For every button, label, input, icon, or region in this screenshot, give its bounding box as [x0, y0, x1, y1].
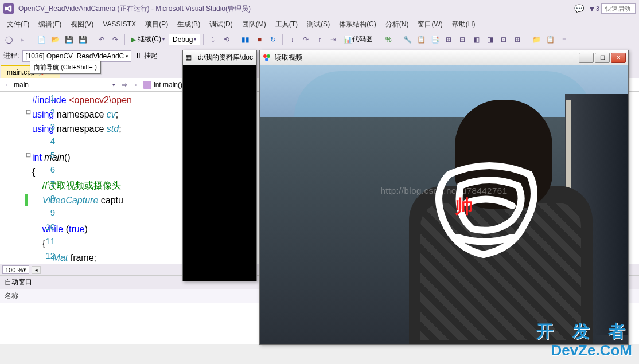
- nav-tooltip: 向前导航 (Ctrl+Shift+-): [30, 61, 101, 74]
- svg-point-0: [263, 54, 267, 58]
- video-frame: http://blog.csdn.net/u78442761 帅: [260, 65, 628, 344]
- menu-team[interactable]: 团队(M): [237, 18, 271, 31]
- console-titlebar[interactable]: ▦ d:\我的资料库\doc: [183, 50, 256, 65]
- tool-icon-i[interactable]: ⊡: [497, 33, 510, 46]
- brand-line2: DevZe.CoM: [551, 342, 632, 359]
- suspend-button[interactable]: ⏸ 挂起: [135, 51, 157, 61]
- stop-icon[interactable]: ■: [253, 33, 266, 46]
- video-window[interactable]: 读取视频 — ☐ ✕ http://blog.csdn.net/u7844276…: [259, 50, 629, 345]
- function-icon: [143, 81, 151, 89]
- tool-icon-d[interactable]: 📑: [428, 33, 441, 46]
- tool-icon-h[interactable]: ◨: [484, 33, 496, 46]
- config-dropdown[interactable]: Debug▾: [169, 34, 200, 45]
- run-to-icon[interactable]: ⇥: [327, 33, 340, 46]
- menu-build[interactable]: 生成(B): [173, 18, 205, 31]
- zoom-dropdown[interactable]: 100 % ▾: [2, 265, 29, 274]
- nav-back-icon[interactable]: ◯: [2, 33, 15, 46]
- save-icon[interactable]: 💾: [63, 33, 75, 46]
- line-number: 10: [32, 222, 55, 232]
- continue-button[interactable]: ▶ 继续(C)▾: [128, 33, 167, 46]
- svg-point-1: [267, 54, 270, 58]
- step-over-icon[interactable]: ↷: [299, 33, 312, 46]
- feedback-icon[interactable]: 💬: [572, 2, 585, 15]
- brand-line1: 开 发 者: [536, 320, 632, 343]
- save-all-icon[interactable]: 💾: [76, 33, 89, 46]
- step-icon-2[interactable]: ⟲: [220, 33, 233, 46]
- process-label: 进程:: [3, 51, 19, 61]
- undo-icon[interactable]: ↶: [95, 33, 108, 46]
- console-body: [183, 65, 256, 281]
- window-title: OpenCV_ReadVideAndCamera (正在运行) - Micros…: [18, 4, 251, 14]
- process-dropdown[interactable]: [1036] OpenCV_ReadVideAndC▾: [22, 50, 131, 62]
- minimize-button[interactable]: —: [579, 53, 594, 63]
- nav-fwd-icon[interactable]: ▸: [16, 33, 29, 46]
- close-button[interactable]: ✕: [611, 53, 626, 63]
- menu-test[interactable]: 测试(S): [302, 18, 334, 31]
- breakpoint-marker[interactable]: [25, 194, 28, 206]
- quick-launch-input[interactable]: [601, 3, 636, 14]
- line-number: 1: [32, 93, 55, 103]
- menu-analyze[interactable]: 分析(N): [381, 18, 414, 31]
- line-number: 11: [32, 236, 55, 246]
- new-file-icon[interactable]: 📄: [35, 33, 48, 46]
- codemap-button[interactable]: 📊 代码图: [341, 33, 376, 46]
- restart-icon[interactable]: ↻: [267, 33, 279, 46]
- main-toolbar: ◯ ▸ 📄 📂 💾 💾 ↶ ↷ ▶ 继续(C)▾ Debug▾ ⤵ ⟲ ▮▮ ■…: [0, 31, 639, 48]
- menu-tools[interactable]: 工具(T): [271, 18, 302, 31]
- notifications-icon[interactable]: ▼3: [587, 2, 600, 15]
- svg-point-2: [265, 58, 268, 61]
- tool-icon-c[interactable]: 📋: [415, 33, 427, 46]
- line-number: 9: [32, 208, 55, 217]
- fold-icon[interactable]: ⊟: [25, 108, 31, 116]
- tool-icon-m[interactable]: ≡: [558, 33, 570, 46]
- menu-arch[interactable]: 体系结构(C): [334, 18, 381, 31]
- menu-edit[interactable]: 编辑(E): [34, 18, 66, 31]
- line-number: 4: [32, 136, 55, 146]
- nav-arrow-icon[interactable]: →: [0, 81, 10, 89]
- console-icon: ▦: [185, 53, 194, 62]
- scope-dropdown[interactable]: main▾: [10, 80, 119, 90]
- line-number: 6: [32, 165, 55, 174]
- menu-debug[interactable]: 调试(D): [205, 18, 237, 31]
- maximize-button[interactable]: ☐: [595, 53, 610, 63]
- line-number: 12: [32, 251, 55, 260]
- nav-arrow2-icon[interactable]: →: [130, 81, 140, 89]
- pause-icon[interactable]: ▮▮: [239, 33, 252, 46]
- video-title: 读取视频: [275, 53, 575, 62]
- menu-view[interactable]: 视图(V): [66, 18, 98, 31]
- fold-icon[interactable]: ⊟: [25, 151, 31, 159]
- step-into-icon[interactable]: ↓: [286, 33, 298, 46]
- face-scribble: [426, 151, 552, 268]
- menu-window[interactable]: 窗口(W): [413, 18, 447, 31]
- tool-icon-g[interactable]: ◧: [470, 33, 482, 46]
- tool-icon-f[interactable]: ⊟: [456, 33, 469, 46]
- function-dropdown[interactable]: int main(): [140, 80, 186, 90]
- step-out-icon[interactable]: ↑: [313, 33, 326, 46]
- scroll-left-icon[interactable]: ◂: [32, 266, 41, 274]
- tool-icon-a[interactable]: %: [382, 33, 395, 46]
- line-number: 2: [32, 107, 55, 117]
- tool-icon-b[interactable]: 🔧: [401, 33, 414, 46]
- vs-logo-icon: [3, 3, 14, 14]
- menu-help[interactable]: 帮助(H): [447, 18, 480, 31]
- step-icon-1[interactable]: ⤵: [206, 33, 219, 46]
- video-titlebar[interactable]: 读取视频 — ☐ ✕: [260, 50, 628, 65]
- menu-project[interactable]: 项目(P): [141, 18, 173, 31]
- redo-icon[interactable]: ↷: [109, 33, 122, 46]
- nav-go-icon[interactable]: ⇨: [119, 81, 130, 89]
- menu-vassistx[interactable]: VASSISTX: [98, 18, 141, 30]
- line-number: 8: [32, 193, 55, 203]
- titlebar: OpenCV_ReadVideAndCamera (正在运行) - Micros…: [0, 0, 639, 17]
- console-window[interactable]: ▦ d:\我的资料库\doc: [182, 50, 257, 281]
- tool-icon-j[interactable]: ⊞: [511, 33, 524, 46]
- line-number: 5: [32, 150, 55, 160]
- tool-icon-l[interactable]: 📋: [544, 33, 556, 46]
- open-icon[interactable]: 📂: [49, 33, 61, 46]
- console-title: d:\我的资料库\doc: [198, 53, 254, 62]
- menu-file[interactable]: 文件(F): [2, 18, 34, 31]
- tool-icon-k[interactable]: 📁: [530, 33, 543, 46]
- tool-icon-e[interactable]: ⊞: [442, 33, 455, 46]
- line-number: 3: [32, 122, 55, 131]
- opencv-icon: [262, 53, 271, 62]
- menubar: 文件(F) 编辑(E) 视图(V) VASSISTX 项目(P) 生成(B) 调…: [0, 17, 639, 31]
